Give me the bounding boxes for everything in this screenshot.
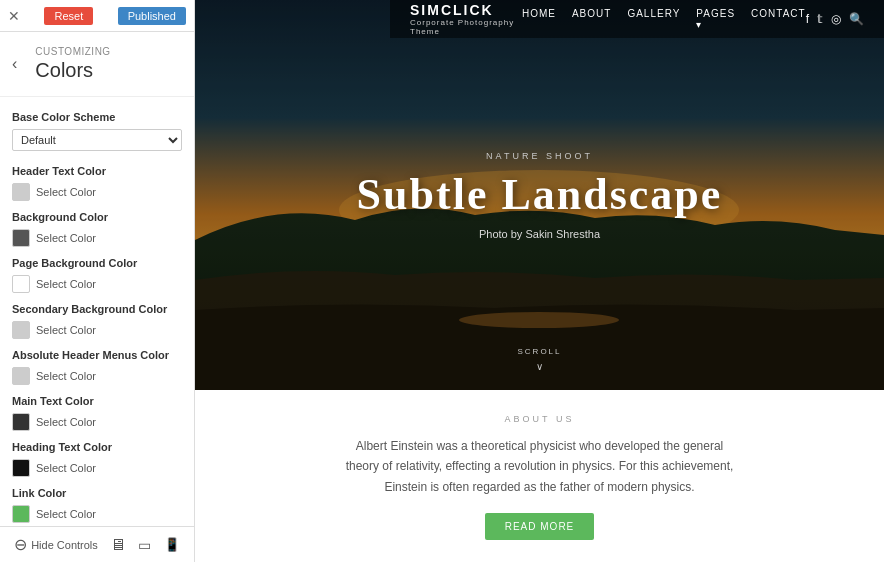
hero-title: Subtle Landscape [357,169,723,220]
background-select-btn[interactable]: Select Color [36,232,96,244]
color-row-page-bg: Page Background Color Select Color [0,251,194,297]
base-scheme-select[interactable]: Default [12,129,182,151]
hide-controls-item[interactable]: ⊖ Hide Controls [14,535,98,554]
reset-button[interactable]: Reset [44,7,93,25]
abs-header-label: Absolute Header Menus Color [0,343,194,363]
nav-contact[interactable]: CONTACT [751,8,806,30]
scroll-arrow-icon: ∨ [536,361,543,372]
hide-controls-icon: ⊖ [14,535,27,554]
page-bg-select-btn[interactable]: Select Color [36,278,96,290]
link-select-btn[interactable]: Select Color [36,508,96,520]
color-row-header-text: Header Text Color Select Color [0,159,194,205]
header-text-swatch[interactable] [12,183,30,201]
hero-content: NATURE SHOOT Subtle Landscape Photo by S… [357,151,723,240]
published-button[interactable]: Published [118,7,186,25]
left-panel: ✕ Reset Published ‹ Customizing Colors B… [0,0,195,562]
nav-gallery[interactable]: GALLERY [627,8,680,30]
back-arrow-icon[interactable]: ‹ [12,55,17,73]
color-row-link: Link Color Select Color [0,481,194,526]
site-logo-sub: Corporate Photography Theme [410,18,522,36]
color-row-heading-text: Heading Text Color Select Color [0,435,194,481]
color-row-abs-header: Absolute Header Menus Color Select Color [0,343,194,389]
site-nav: SIMCLICK Corporate Photography Theme HOM… [390,0,884,38]
main-text-swatch[interactable] [12,413,30,431]
about-section: ABOUT US Albert Einstein was a theoretic… [195,390,884,562]
customizing-label: Customizing [23,38,122,57]
color-options-scroll: Base Color Scheme Default Header Text Co… [0,97,194,526]
topbar: ✕ Reset Published [0,0,194,32]
close-icon[interactable]: ✕ [8,8,20,24]
secondary-bg-select-btn[interactable]: Select Color [36,324,96,336]
link-label: Link Color [0,481,194,501]
hero-subtitle: Photo by Sakin Shrestha [357,228,723,240]
read-more-button[interactable]: READ MORE [485,513,595,540]
facebook-icon[interactable]: f [806,12,809,26]
page-bg-swatch[interactable] [12,275,30,293]
instagram-icon[interactable]: ◎ [831,12,841,26]
nav-icons: f 𝕥 ◎ 🔍 [806,12,864,26]
secondary-bg-swatch[interactable] [12,321,30,339]
background-label: Background Color [0,205,194,225]
desktop-icon[interactable]: 🖥 [110,536,126,554]
nav-pages[interactable]: PAGES ▾ [696,8,735,30]
abs-header-select-btn[interactable]: Select Color [36,370,96,382]
nav-home[interactable]: HOME [522,8,556,30]
hide-controls-label: Hide Controls [31,539,98,551]
mobile-icon[interactable]: 📱 [164,537,180,552]
about-label: ABOUT US [255,414,824,424]
hero-scroll: SCROLL ∨ [517,347,561,374]
header-text-select-btn[interactable]: Select Color [36,186,96,198]
header-text-label: Header Text Color [0,159,194,179]
main-text-select-btn[interactable]: Select Color [36,416,96,428]
nav-about[interactable]: ABOUT [572,8,611,30]
scroll-label: SCROLL [517,347,561,356]
about-text: Albert Einstein was a theoretical physic… [340,436,740,497]
link-swatch[interactable] [12,505,30,523]
abs-header-swatch[interactable] [12,367,30,385]
hero-section: NATURE SHOOT Subtle Landscape Photo by S… [195,0,884,390]
site-logo: SIMCLICK Corporate Photography Theme [410,2,522,36]
heading-text-select-btn[interactable]: Select Color [36,462,96,474]
right-panel: SIMCLICK Corporate Photography Theme HOM… [195,0,884,562]
heading-text-swatch[interactable] [12,459,30,477]
panel-header: ‹ Customizing Colors [0,32,194,97]
color-row-background: Background Color Select Color [0,205,194,251]
nav-links: HOME ABOUT GALLERY PAGES ▾ CONTACT [522,8,806,30]
page-bg-label: Page Background Color [0,251,194,271]
background-swatch[interactable] [12,229,30,247]
tablet-icon[interactable]: ▭ [138,537,151,553]
main-text-label: Main Text Color [0,389,194,409]
hero-eyebrow: NATURE SHOOT [357,151,723,161]
colors-title: Colors [23,57,122,90]
base-scheme-label: Base Color Scheme [0,105,194,125]
twitter-icon[interactable]: 𝕥 [817,12,823,26]
bottom-bar: ⊖ Hide Controls 🖥 ▭ 📱 [0,526,194,562]
search-icon[interactable]: 🔍 [849,12,864,26]
color-row-secondary-bg: Secondary Background Color Select Color [0,297,194,343]
color-row-main-text: Main Text Color Select Color [0,389,194,435]
heading-text-label: Heading Text Color [0,435,194,455]
base-scheme-section: Default [0,125,194,159]
secondary-bg-label: Secondary Background Color [0,297,194,317]
site-logo-name: SIMCLICK [410,2,522,18]
